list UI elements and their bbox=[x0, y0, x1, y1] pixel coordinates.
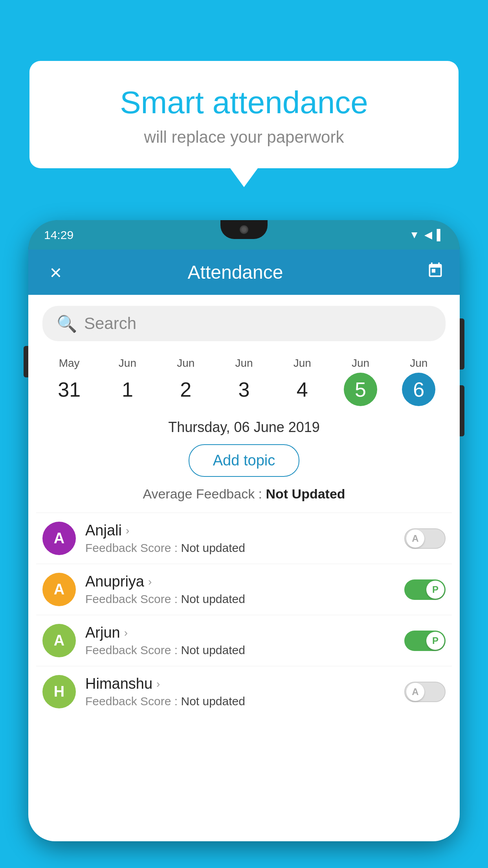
speech-bubble-subtitle: will replace your paperwork bbox=[49, 128, 439, 147]
student-info-himanshu[interactable]: Himanshu › Feedback Score : Not updated bbox=[85, 675, 395, 708]
student-info-arjun[interactable]: Arjun › Feedback Score : Not updated bbox=[85, 624, 395, 657]
student-info-anupriya[interactable]: Anupriya › Feedback Score : Not updated bbox=[85, 573, 395, 606]
side-button-left bbox=[24, 346, 28, 377]
student-name-arjun: Arjun › bbox=[85, 624, 395, 641]
student-feedback-arjun: Feedback Score : Not updated bbox=[85, 644, 395, 657]
toggle-himanshu[interactable]: A bbox=[404, 682, 446, 702]
add-topic-button[interactable]: Add topic bbox=[189, 444, 299, 477]
student-item-anupriya: A Anupriya › Feedback Score : Not update… bbox=[36, 564, 452, 615]
search-placeholder: Search bbox=[84, 314, 136, 333]
date-item-3[interactable]: Jun 3 bbox=[215, 357, 273, 406]
search-icon: 🔍 bbox=[57, 314, 77, 333]
selected-date-label: Thursday, 06 June 2019 bbox=[28, 419, 460, 436]
date-item-2[interactable]: Jun 2 bbox=[157, 357, 215, 406]
date-item-5[interactable]: Jun 5 bbox=[331, 357, 389, 406]
chevron-icon: › bbox=[148, 576, 152, 588]
avg-feedback-label: Average Feedback : bbox=[143, 486, 262, 501]
battery-icon: ▌ bbox=[437, 229, 444, 241]
avg-feedback-value: Not Updated bbox=[266, 486, 345, 501]
student-name-anjali: Anjali › bbox=[85, 522, 395, 539]
toggle-arjun[interactable]: P bbox=[404, 631, 446, 651]
speech-bubble-container: Smart attendance will replace your paper… bbox=[29, 61, 459, 168]
app-header: × Attendance bbox=[28, 250, 460, 295]
date-carousel: May 31 Jun 1 Jun 2 Jun 3 Jun 4 bbox=[28, 349, 460, 412]
student-avatar-anjali: A bbox=[42, 522, 76, 555]
phone-screen: × Attendance 🔍 Search May 31 bbox=[28, 250, 460, 841]
chevron-icon: › bbox=[124, 627, 128, 639]
date-item-1[interactable]: Jun 1 bbox=[98, 357, 156, 406]
student-feedback-anjali: Feedback Score : Not updated bbox=[85, 541, 395, 555]
toggle-anupriya[interactable]: P bbox=[404, 579, 446, 600]
date-item-0[interactable]: May 31 bbox=[40, 357, 98, 406]
front-camera bbox=[240, 225, 248, 234]
student-name-anupriya: Anupriya › bbox=[85, 573, 395, 590]
notch bbox=[220, 220, 268, 239]
app-title: Attendance bbox=[56, 261, 415, 283]
toggle-anjali[interactable]: A bbox=[404, 528, 446, 549]
status-icons: ▼ ◀ ▌ bbox=[409, 229, 444, 241]
date-item-4[interactable]: Jun 4 bbox=[273, 357, 331, 406]
student-avatar-arjun: A bbox=[42, 624, 76, 657]
chevron-icon: › bbox=[126, 524, 129, 537]
student-info-anjali[interactable]: Anjali › Feedback Score : Not updated bbox=[85, 522, 395, 555]
student-item-himanshu: H Himanshu › Feedback Score : Not update… bbox=[36, 666, 452, 717]
side-button-right-top bbox=[460, 318, 464, 370]
signal-icon: ◀ bbox=[424, 229, 432, 241]
student-avatar-anupriya: A bbox=[42, 573, 76, 606]
student-item-arjun: A Arjun › Feedback Score : Not updated P bbox=[36, 615, 452, 666]
phone-mockup: 14:29 ▼ ◀ ▌ × Attendance bbox=[28, 220, 460, 868]
speech-bubble-title: Smart attendance bbox=[49, 85, 439, 121]
search-bar[interactable]: 🔍 Search bbox=[42, 306, 446, 341]
student-feedback-himanshu: Feedback Score : Not updated bbox=[85, 695, 395, 708]
side-button-right-bottom bbox=[460, 385, 464, 436]
student-item-anjali: A Anjali › Feedback Score : Not updated … bbox=[36, 513, 452, 564]
date-item-6[interactable]: Jun 6 bbox=[390, 357, 448, 406]
student-list: A Anjali › Feedback Score : Not updated … bbox=[28, 513, 460, 717]
status-time: 14:29 bbox=[44, 228, 73, 242]
phone-outer: 14:29 ▼ ◀ ▌ × Attendance bbox=[28, 220, 460, 841]
speech-bubble: Smart attendance will replace your paper… bbox=[29, 61, 459, 168]
average-feedback: Average Feedback : Not Updated bbox=[28, 486, 460, 502]
status-bar: 14:29 ▼ ◀ ▌ bbox=[28, 220, 460, 250]
calendar-icon[interactable] bbox=[427, 262, 444, 283]
student-feedback-anupriya: Feedback Score : Not updated bbox=[85, 592, 395, 606]
student-name-himanshu: Himanshu › bbox=[85, 675, 395, 692]
chevron-icon: › bbox=[156, 678, 160, 690]
student-avatar-himanshu: H bbox=[42, 675, 76, 708]
wifi-icon: ▼ bbox=[409, 229, 420, 241]
